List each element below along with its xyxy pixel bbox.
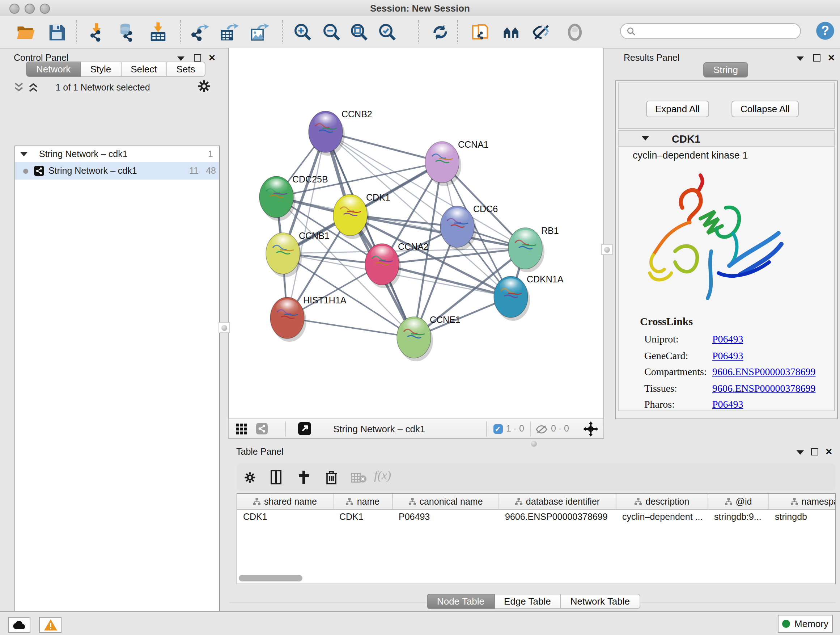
- left-splitter-handle[interactable]: [218, 322, 230, 333]
- node-CCNB1[interactable]: CCNB1: [265, 231, 329, 277]
- show-columns-icon[interactable]: [271, 470, 281, 485]
- table-cell[interactable]: P06493: [393, 510, 499, 524]
- expand-all-button[interactable]: Expand All: [646, 101, 709, 117]
- node-label-CDKN1A: CDKN1A: [526, 274, 563, 284]
- import-table-file-button[interactable]: [148, 22, 168, 42]
- panel-float-icon[interactable]: [194, 54, 201, 62]
- tab-node-table[interactable]: Node Table: [427, 594, 494, 609]
- column-type-icon: [635, 498, 642, 505]
- help-button[interactable]: ?: [815, 21, 835, 41]
- collapse-all-button[interactable]: Collapse All: [731, 101, 799, 117]
- column-header-database-identifier[interactable]: database identifier: [499, 494, 616, 509]
- panel-close-icon[interactable]: ✕: [208, 54, 216, 62]
- zoom-selected-button[interactable]: [378, 22, 397, 42]
- column-header-shared-name[interactable]: shared name: [237, 494, 333, 509]
- titlebar: Session: New Session: [0, 0, 840, 17]
- selected-checkbox-icon[interactable]: ✓: [493, 424, 502, 433]
- column-type-icon: [725, 498, 732, 505]
- export-table-button[interactable]: [219, 22, 239, 42]
- first-neighbors-button[interactable]: [502, 22, 522, 42]
- network-row-selected[interactable]: String Network – cdk1 11 48: [15, 162, 219, 180]
- tab-select[interactable]: Select: [121, 62, 167, 77]
- tab-string[interactable]: String: [703, 62, 748, 78]
- crosslink-link[interactable]: P06493: [712, 334, 744, 345]
- tab-edge-table[interactable]: Edge Table: [494, 594, 561, 609]
- section-expander-icon[interactable]: [641, 136, 649, 141]
- table-cell[interactable]: stringdb: [769, 510, 836, 524]
- memory-button[interactable]: Memory: [778, 615, 833, 633]
- gear-icon[interactable]: [197, 80, 210, 93]
- node-RB1[interactable]: RB1: [508, 226, 559, 272]
- save-session-button[interactable]: [47, 22, 66, 42]
- panel-menu-icon[interactable]: [796, 450, 804, 455]
- tab-network-table[interactable]: Network Table: [561, 594, 640, 609]
- show-all-button[interactable]: [565, 22, 584, 42]
- table-cell[interactable]: cyclin–dependent ...: [616, 510, 708, 524]
- import-network-database-button[interactable]: [117, 22, 137, 42]
- crosslink-link[interactable]: 9606.ENSP00000378699: [712, 383, 815, 394]
- node-HIST1H1A[interactable]: HIST1H1A: [270, 295, 346, 342]
- import-network-file-button[interactable]: [87, 22, 106, 42]
- panel-menu-icon[interactable]: [797, 57, 804, 61]
- edge-CCNA2-CDKN1A[interactable]: [382, 264, 510, 297]
- warning-status-button[interactable]: [39, 617, 62, 633]
- network-view-canvas[interactable]: CCNB2CCNA1CDC25BCDK1CDC6RB1CCNB1CCNA2CDK…: [227, 48, 604, 418]
- node-CCNA2[interactable]: CCNA2: [365, 241, 428, 288]
- tab-sets[interactable]: Sets: [167, 62, 205, 77]
- help-icon: ?: [815, 21, 835, 41]
- column-header-namespace[interactable]: namespace: [769, 494, 836, 509]
- table-cell[interactable]: 9606.ENSP00000378699: [499, 510, 616, 524]
- search-input[interactable]: [639, 25, 794, 37]
- gear-icon[interactable]: [244, 471, 256, 484]
- grid-view-icon[interactable]: [235, 423, 246, 434]
- column-header-id[interactable]: @id: [708, 494, 769, 509]
- network-collection-row[interactable]: String Network – cdk1 1: [15, 146, 219, 162]
- open-session-button[interactable]: [16, 22, 35, 42]
- panel-float-icon[interactable]: [811, 448, 818, 455]
- pan-crosshair-icon[interactable]: [583, 421, 598, 437]
- column-header-name[interactable]: name: [333, 494, 393, 509]
- hidden-eye-icon: [535, 424, 547, 434]
- tab-style[interactable]: Style: [81, 62, 121, 77]
- table-cell[interactable]: stringdb:9...: [708, 510, 769, 524]
- network-graph[interactable]: CCNB2CCNA1CDC25BCDK1CDC6RB1CCNB1CCNA2CDK…: [228, 48, 603, 416]
- network-share-toggle-icon[interactable]: [256, 423, 267, 434]
- detach-view-icon[interactable]: [298, 422, 311, 435]
- node-CCNA1[interactable]: CCNA1: [425, 139, 488, 186]
- table-row[interactable]: CDK1CDK1P064939606.ENSP00000378699cyclin…: [237, 510, 835, 524]
- column-type-icon: [790, 498, 798, 505]
- column-header-description[interactable]: description: [616, 494, 708, 509]
- export-network-button[interactable]: [189, 22, 209, 42]
- export-image-button[interactable]: [249, 22, 269, 42]
- gene-section-header[interactable]: CDK1: [618, 131, 834, 147]
- new-network-from-selection-button[interactable]: [470, 22, 490, 42]
- add-icon[interactable]: [297, 470, 310, 485]
- horizontal-scrollbar[interactable]: [239, 575, 302, 581]
- crosslink-link[interactable]: 9606.ENSP00000378699: [712, 366, 815, 378]
- zoom-in-button[interactable]: [293, 22, 313, 42]
- table-cell[interactable]: CDK1: [237, 510, 333, 524]
- gene-symbol: CDK1: [672, 133, 700, 145]
- zoom-fit-button[interactable]: [349, 22, 369, 42]
- panel-close-icon[interactable]: ✕: [825, 448, 832, 455]
- network-view-toolbar: String Network – cdk1 ✓ 1 - 0 0 - 0: [227, 418, 604, 439]
- panel-menu-icon[interactable]: [177, 57, 185, 61]
- crosslink-link[interactable]: P06493: [712, 350, 744, 362]
- hide-selected-button[interactable]: [532, 22, 551, 42]
- search-field[interactable]: [620, 23, 801, 39]
- crosslink-link[interactable]: P06493: [712, 399, 744, 410]
- cloud-status-button[interactable]: [8, 617, 30, 633]
- column-header-canonical-name[interactable]: canonical name: [393, 494, 499, 509]
- node-CCNE1[interactable]: CCNE1: [396, 315, 460, 361]
- trash-icon[interactable]: [325, 470, 337, 485]
- node-CDKN1A[interactable]: CDKN1A: [493, 274, 563, 321]
- node-CCNB2[interactable]: CCNB2: [308, 109, 372, 156]
- node-CDC25B[interactable]: CDC25B: [259, 174, 328, 221]
- apply-layout-button[interactable]: [431, 22, 450, 42]
- panel-float-icon[interactable]: [813, 54, 821, 62]
- tab-network[interactable]: Network: [26, 62, 81, 77]
- tree-expander-icon[interactable]: [20, 152, 27, 157]
- panel-close-icon[interactable]: ✕: [828, 54, 835, 62]
- table-cell[interactable]: CDK1: [333, 510, 393, 524]
- zoom-out-button[interactable]: [322, 22, 341, 42]
